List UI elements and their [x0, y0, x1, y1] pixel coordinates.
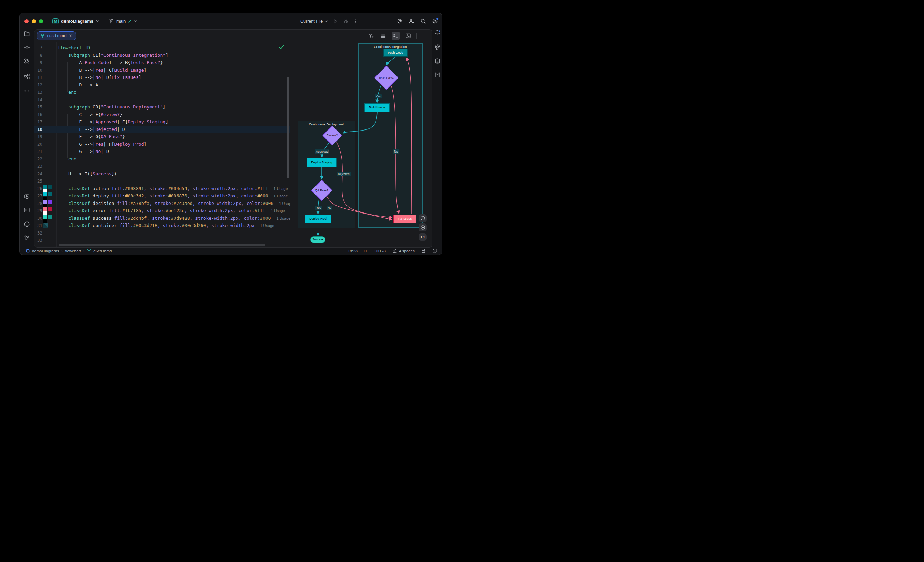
code-line[interactable]: 32 [34, 229, 290, 237]
code-line[interactable]: 28 classDef decision fill:#a78bfa, strok… [34, 200, 290, 207]
services-button[interactable] [24, 194, 30, 201]
settings-button[interactable] [432, 18, 438, 24]
run-button[interactable] [333, 19, 338, 24]
code-line[interactable]: 16 C --> E{Review?} [34, 111, 290, 118]
usage-inlay-hint[interactable]: 1 Usage [274, 194, 288, 198]
color-swatch[interactable] [48, 193, 52, 196]
notifications-widget[interactable] [432, 248, 438, 253]
code-line[interactable]: 29 classDef error fill:#fb7185, stroke:#… [34, 207, 290, 215]
breadcrumb-file[interactable]: ci-cd.mmd [93, 249, 112, 253]
minimize-window-button[interactable] [32, 19, 36, 23]
mermaid-chat-button[interactable] [434, 72, 440, 79]
mermaid-file-icon [40, 34, 45, 38]
code-line[interactable]: 12 D --> A [34, 81, 290, 89]
ai-chat-button[interactable] [434, 45, 440, 52]
color-swatch[interactable] [48, 185, 52, 189]
color-swatch[interactable] [48, 200, 52, 204]
code-line[interactable]: 8 subgraph CI["Continuous Integration"] [34, 52, 290, 59]
code-editor[interactable]: 7flowchart TD8 subgraph CI["Continuous I… [34, 42, 290, 247]
run-toolbar: Current File [300, 13, 358, 29]
code-line[interactable]: 22 end [34, 155, 290, 163]
code-line[interactable]: 24 H --> I([Success]) [34, 170, 290, 178]
code-line[interactable]: 11 B -->|No| D[Fix Issues] [34, 74, 290, 81]
code-line[interactable]: 14 [34, 96, 290, 104]
diagram-preview[interactable]: Continuous Integration Continuous Deploy… [290, 42, 432, 247]
horizontal-scrollbar[interactable] [58, 244, 266, 246]
code-line[interactable]: 9 A[Push Code] --> B{Tests Pass?} [34, 59, 290, 66]
code-line[interactable]: 25 [34, 177, 290, 185]
token: fill: [112, 193, 125, 198]
terminal-button[interactable] [24, 207, 30, 215]
editor-only-view-button[interactable] [379, 32, 387, 40]
structure-button[interactable] [24, 74, 30, 81]
code-line[interactable]: 33 [34, 236, 290, 244]
caret-position[interactable]: 18:23 [348, 249, 357, 253]
notifications-button[interactable] [434, 30, 440, 37]
usage-inlay-hint[interactable]: 1 Usage [276, 216, 290, 220]
color-swatch[interactable] [44, 223, 48, 228]
tab-ci-cd-mmd[interactable]: ci-cd.mmd ✕ [37, 31, 76, 40]
code-line[interactable]: 31 classDef container fill:#00c3d218, st… [34, 222, 290, 229]
usage-inlay-hint[interactable]: 1 Usage [274, 187, 288, 191]
line-ending-widget[interactable]: LF [364, 249, 368, 253]
split-view-button[interactable] [392, 32, 400, 40]
vertical-scrollbar[interactable] [287, 77, 289, 178]
debug-button[interactable] [343, 19, 349, 24]
line-number: 22 [37, 155, 42, 163]
node-push-code: Push Code [383, 49, 408, 57]
file-lock-widget[interactable] [421, 248, 426, 253]
pull-requests-button[interactable] [24, 58, 30, 66]
zoom-reset-button[interactable]: 1:1 [418, 233, 427, 241]
database-button[interactable] [434, 58, 440, 66]
code-line[interactable]: 26 classDef action fill:#008891, stroke:… [34, 185, 290, 193]
more-tool-windows-button[interactable] [24, 88, 30, 96]
editor-more-options-button[interactable] [421, 32, 429, 40]
code-line[interactable]: 15 subgraph CD["Continuous Deployment"] [34, 103, 290, 111]
color-swatch[interactable] [44, 200, 47, 204]
color-swatch[interactable] [44, 207, 47, 211]
tab-close-icon[interactable]: ✕ [69, 34, 72, 38]
code-line[interactable]: 19 F --> G{QA Pass?} [34, 133, 290, 140]
more-actions-button[interactable] [353, 19, 358, 24]
run-configuration-select[interactable]: Current File [300, 19, 328, 24]
commit-button[interactable] [24, 45, 30, 52]
search-everywhere-button[interactable] [420, 18, 426, 24]
indent-widget[interactable]: 4 spaces [392, 248, 415, 253]
preview-only-view-button[interactable] [404, 32, 412, 40]
zoom-in-button[interactable] [418, 214, 427, 222]
git-button[interactable] [24, 235, 30, 242]
code-line[interactable]: 7flowchart TD [34, 44, 290, 52]
code-line[interactable]: 13 end [34, 88, 290, 96]
usage-inlay-hint[interactable]: 1 Usage [260, 224, 274, 228]
code-line[interactable]: 30 classDef success fill:#2dd4bf, stroke… [34, 215, 290, 222]
color-swatch[interactable] [48, 207, 52, 211]
code-line[interactable]: 20 G -->|Yes| H[Deploy Prod] [34, 140, 290, 148]
code-line[interactable]: 27 classDef deploy fill:#00c3d2, stroke:… [34, 192, 290, 200]
code-line[interactable]: 17 E -->|Approved| F[Deploy Staging] [34, 118, 290, 126]
encoding-widget[interactable]: UTF-8 [374, 249, 386, 253]
code-line[interactable]: 21 G -->|No| D [34, 148, 290, 155]
breadcrumb-folder[interactable]: flowchart [65, 249, 81, 253]
code-line[interactable]: 10 B -->|Yes| C[Build Image] [34, 66, 290, 74]
code-line[interactable]: 23 [34, 163, 290, 170]
code-line[interactable]: 18 E -->|Rejected| D [34, 126, 290, 133]
ai-assistant-button[interactable] [397, 18, 403, 24]
token: error [90, 208, 109, 213]
breadcrumb-project[interactable]: demoDiagrams [32, 249, 59, 253]
zoom-out-button[interactable] [418, 224, 427, 232]
close-window-button[interactable] [24, 19, 28, 23]
project-widget[interactable]: M demoDiagrams [52, 13, 99, 29]
color-swatch[interactable] [44, 185, 47, 189]
usage-inlay-hint[interactable]: 1 Usage [279, 202, 290, 206]
color-swatch[interactable] [44, 193, 47, 196]
zoom-window-button[interactable] [39, 19, 43, 23]
code-with-me-button[interactable] [408, 18, 414, 24]
inspections-ok-icon[interactable] [279, 45, 284, 49]
color-swatch[interactable] [44, 215, 47, 219]
usage-inlay-hint[interactable]: 1 Usage [271, 209, 285, 213]
branch-widget[interactable]: main [109, 13, 137, 29]
mermaid-help-button[interactable] [367, 32, 375, 40]
problems-button[interactable] [24, 221, 30, 229]
project-files-button[interactable] [24, 31, 30, 38]
color-swatch[interactable] [48, 215, 52, 219]
